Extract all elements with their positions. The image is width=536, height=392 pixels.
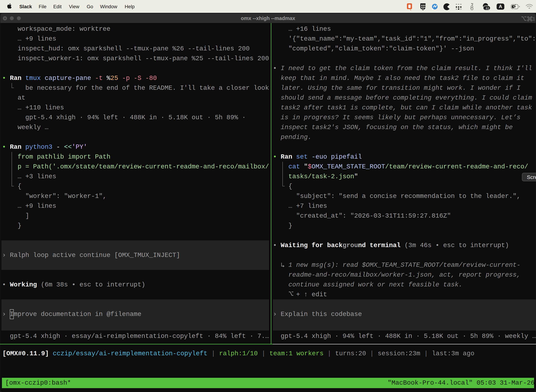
svg-text:..61: ..61 — [484, 7, 489, 10]
svg-text:1: 1 — [532, 16, 535, 21]
